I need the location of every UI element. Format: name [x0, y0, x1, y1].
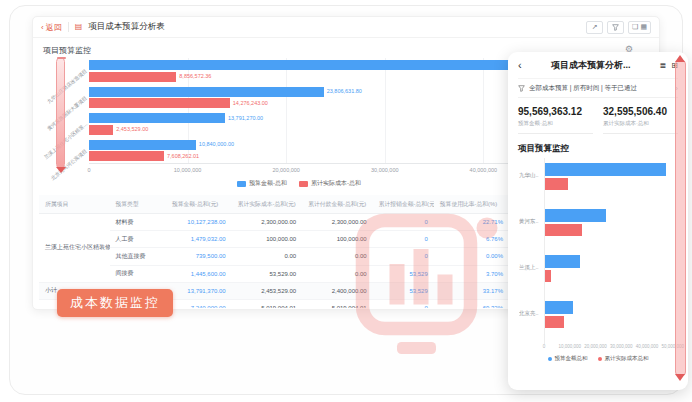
chart-section-title: 项目预算监控 — [43, 45, 91, 56]
category-label: 兰溪上.. — [519, 264, 543, 271]
panel-title: 项目成本预算分析... — [527, 59, 655, 72]
bar-series0-cat3 — [89, 140, 196, 150]
back-button[interactable]: ‹ 返回 — [41, 22, 62, 33]
bar-value-label: 13,791,270.00 — [228, 115, 263, 121]
share-button[interactable]: ↗ — [586, 21, 603, 34]
value-cell: 0 — [373, 231, 434, 248]
scrollbar-highlight-annotation — [675, 60, 686, 376]
value-cell: 2,400,000.00 — [302, 282, 373, 299]
category-label: 黄河东.. — [519, 218, 543, 225]
filter-button[interactable] — [607, 21, 624, 34]
panel-section-title: 项目预算监控 — [518, 143, 678, 155]
panel-filter-text: 全部成本预算 | 所有时间 | 等于已通过 — [529, 84, 637, 93]
window-title: 项目成本预算分析表 — [88, 21, 165, 33]
panel-chart-legend: 预算金额总和累计实际成本总和 — [518, 355, 678, 362]
toolbar: ↗ ❏ ▦ — [586, 21, 651, 34]
x-tick-label: 0 — [87, 167, 90, 173]
bar-series0-cat0 — [545, 163, 666, 176]
panel-filter-bar[interactable]: 全部成本预算 | 所有时间 | 等于已通过 › — [518, 78, 678, 98]
budget-type-cell: 间接费 — [110, 265, 166, 282]
bar-series1-cat0 — [545, 178, 568, 190]
stat-label: 预算金额·总和 — [518, 120, 593, 127]
filter-icon — [518, 85, 525, 92]
table-header: 预算类型 — [110, 195, 166, 214]
value-cell: 739,500.00 — [166, 248, 232, 265]
stat-label: 累计实际成本·总和 — [603, 120, 678, 127]
x-tick-label: 40,000,000 — [470, 167, 498, 173]
legend-item[interactable]: 预算金额-总和 — [237, 179, 287, 188]
bar-series0-cat2 — [545, 255, 580, 268]
panel-back-button[interactable]: ‹ — [518, 59, 522, 71]
bar-value-label: 7,608,262.01 — [167, 153, 199, 159]
legend-label: 累计实际成本总和 — [605, 355, 649, 362]
budget-bar-chart: 23,806,631.8013,791,270.0010,840,000.008… — [89, 58, 509, 164]
value-cell: 2,453,529.00 — [232, 282, 303, 299]
bar-series1-cat3 — [89, 151, 164, 161]
value-cell: 5,019,004.01 — [232, 299, 303, 308]
bar-value-label: 2,453,529.00 — [116, 126, 148, 132]
window-header: ‹ 返回 ▤ 项目成本预算分析表 ↗ ❏ ▦ — [33, 17, 659, 38]
value-cell: 1,445,600.00 — [166, 265, 232, 282]
cost-monitor-badge: 成本数据监控 — [57, 289, 173, 317]
table-header: 所属项目 — [39, 195, 110, 214]
bar-series1-cat1 — [545, 224, 582, 236]
table-header: 累计付款金额-总和(元) — [302, 195, 373, 214]
value-cell: 0 — [373, 214, 434, 231]
stat-value: 95,569,363.12 — [518, 106, 593, 117]
value-cell: 53,529 — [373, 282, 434, 299]
value-cell: 0.00 — [302, 248, 373, 265]
bar-series0-cat1 — [89, 87, 324, 97]
budget-type-cell: 其他直接费 — [110, 248, 166, 265]
category-label: 北京亮.. — [519, 310, 543, 317]
value-cell: 2,300,000.00 — [232, 214, 303, 231]
value-cell: 22.71% — [434, 214, 509, 231]
table-header: 累计实际成本-总和(元) — [232, 195, 303, 214]
highlight-annotation-left — [56, 57, 65, 169]
value-cell: 100,000.00 — [232, 231, 303, 248]
value-cell: 0 — [373, 299, 434, 308]
legend-item[interactable]: 预算金额总和 — [548, 355, 588, 362]
card-view-icon: ❏ — [632, 23, 638, 31]
list-icon[interactable]: ≣ — [660, 61, 667, 70]
stat-actual-total: 32,595,506.40 累计实际成本·总和 — [603, 106, 678, 134]
legend-item[interactable]: 累计实际成本总和 — [598, 355, 649, 362]
divider — [68, 22, 69, 32]
panel-header: ‹ 项目成本预算分析... ≣ ⊞ — [518, 52, 678, 78]
stat-budget-total: 95,569,363.12 预算金额·总和 — [518, 106, 593, 134]
legend-label: 累计实际成本-总和 — [311, 179, 361, 188]
value-cell: 5,019,004.01 — [302, 299, 373, 308]
view-toggle-button[interactable]: ❏ ▦ — [628, 21, 651, 34]
table-view-icon: ▦ — [640, 23, 647, 31]
table-header: 预算使用比率-总和(%) — [434, 195, 509, 214]
x-tick-label: 20,000,000 — [272, 167, 300, 173]
x-tick-label: 20,000,000 — [584, 344, 607, 349]
legend-label: 预算金额-总和 — [249, 179, 287, 188]
panel-chart-x-axis: 010,000,00020,000,00030,000,00040,000,00… — [544, 344, 678, 351]
value-cell: 0.00 — [232, 248, 303, 265]
bar-value-label: 8,856,572.36 — [179, 73, 211, 79]
value-cell: 53,529.00 — [232, 265, 303, 282]
x-tick-label: 10,000,000 — [559, 344, 582, 349]
bar-series0-cat2 — [89, 113, 225, 123]
bar-series1-cat1 — [89, 98, 230, 108]
bar-series0-cat3 — [545, 301, 573, 314]
bar-value-label: 14,276,243.00 — [233, 100, 268, 106]
chart-x-axis: 010,000,00020,000,00030,000,00040,000,00… — [89, 167, 509, 175]
x-tick-label: 30,000,000 — [610, 344, 633, 349]
bar-series0-cat1 — [545, 209, 606, 222]
chart-legend: 预算金额-总和累计实际成本-总和 — [89, 179, 509, 188]
x-tick-label: 10,000,000 — [174, 167, 202, 173]
gridline — [385, 58, 386, 163]
legend-dot — [548, 357, 552, 361]
budget-type-cell: 人工费 — [110, 231, 166, 248]
bar-series1-cat2 — [545, 270, 551, 282]
legend-item[interactable]: 累计实际成本-总和 — [299, 179, 361, 188]
table-row: 其他直接费739,500.000.000.0000.00% — [39, 248, 509, 265]
stat-value: 32,595,506.40 — [603, 106, 678, 117]
project-cell: 兰溪上苑住宅小区精装修第... — [39, 214, 110, 283]
value-cell: 7,240,000.00 — [166, 299, 232, 308]
mobile-preview-panel: ‹ 项目成本预算分析... ≣ ⊞ 全部成本预算 | 所有时间 | 等于已通过 … — [508, 52, 688, 390]
bar-series1-cat0 — [89, 72, 176, 82]
legend-swatch — [237, 181, 246, 187]
x-tick-label: 30,000,000 — [371, 167, 399, 173]
